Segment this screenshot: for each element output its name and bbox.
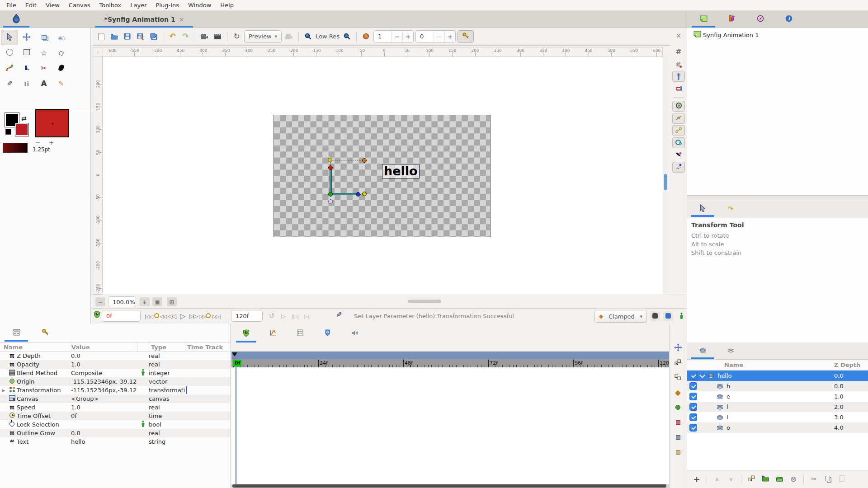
tool-button[interactable]: A	[35, 76, 52, 91]
param-row[interactable]: ▶ Blend Method Composite integer	[0, 369, 231, 377]
tab-tool-history[interactable]: ↷	[718, 201, 743, 217]
param-value[interactable]: <Group>	[71, 395, 137, 402]
current-time-field[interactable]: 0f	[102, 310, 141, 322]
transport-button[interactable]: ▷▷|	[211, 310, 222, 321]
tab-palette[interactable]	[718, 11, 745, 28]
zoom-in-button[interactable]: +	[140, 297, 150, 306]
expander-icon[interactable]: ▶	[0, 388, 7, 393]
menu-item[interactable]: Canvas	[64, 1, 95, 9]
layers-toolbar-button[interactable]: ⊗	[789, 474, 797, 485]
decrease-resolution-icon[interactable]	[302, 30, 314, 43]
param-value[interactable]: hello	[71, 438, 137, 445]
handle-x-axis[interactable]	[356, 192, 360, 197]
layers-toolbar-button[interactable]: ∧	[713, 474, 721, 485]
layers-toolbar-button[interactable]	[803, 475, 804, 484]
tool-button[interactable]	[18, 61, 35, 76]
layer-row[interactable]: e 1.0	[687, 391, 868, 402]
tab-canvas-browser[interactable]	[690, 11, 717, 28]
layers-toolbar-button[interactable]	[838, 474, 846, 485]
tab-canvases[interactable]	[718, 343, 743, 359]
refresh-button[interactable]: ↻	[231, 30, 242, 43]
tab-layers[interactable]	[690, 343, 715, 359]
layer-name[interactable]: l	[726, 404, 728, 410]
layer-name[interactable]: o	[726, 424, 730, 431]
menu-item[interactable]: View	[41, 1, 64, 9]
transport-extra-button[interactable]: |▷|	[290, 310, 301, 321]
param-row[interactable]: ▶ π Opacity 1.0 real	[0, 360, 231, 369]
canvas-workarea[interactable]: hello	[103, 57, 663, 295]
brush-size-value[interactable]: 1.25pt	[33, 146, 50, 153]
handle-scale[interactable]	[362, 158, 367, 163]
vertical-ruler[interactable]: 200150100500-50-100-150-200-250	[93, 57, 103, 295]
keyframe-marker-icon[interactable]	[232, 352, 237, 357]
timetrack-area[interactable]	[231, 367, 669, 484]
canvas-document-tab[interactable]: *Synfig Animation 1 ×	[92, 11, 196, 28]
tab-info[interactable]: i	[775, 11, 802, 28]
timetrack-tool-button[interactable]	[674, 447, 682, 458]
layer-visible-checkbox[interactable]	[689, 403, 697, 411]
tab-metadata[interactable]	[316, 324, 338, 343]
canvas-toggle-button[interactable]	[672, 113, 685, 124]
zoom-out-button[interactable]: −	[95, 297, 105, 306]
panel-splitter[interactable]	[687, 195, 868, 200]
onion-skin-icon[interactable]	[360, 30, 372, 43]
tool-button[interactable]	[1, 45, 18, 61]
layer-expander[interactable]	[697, 375, 707, 377]
canvas-toggle-button[interactable]	[672, 101, 685, 112]
layers-toolbar-button[interactable]: ✂	[810, 474, 818, 485]
tool-button[interactable]: ◈◇	[52, 30, 70, 45]
onion-future-plus-button[interactable]: +	[444, 31, 455, 42]
transport-extra-button[interactable]: ▷	[278, 310, 289, 321]
param-row[interactable]: ▶ π Outline Grow 0.0 real	[0, 429, 231, 437]
param-row[interactable]: ▶ π Z Depth 0.0 real	[0, 352, 231, 360]
onion-past-value[interactable]: 1	[374, 31, 392, 42]
col-value[interactable]: Value	[71, 343, 137, 351]
layers-toolbar-button[interactable]	[741, 475, 741, 484]
transport-button[interactable]: ▷▷	[199, 310, 211, 321]
tool-button[interactable]: ◇	[52, 45, 70, 61]
layer-visible-checkbox[interactable]	[689, 413, 697, 421]
tab-keyframes-panel[interactable]	[289, 324, 311, 343]
default-interpolation-dropdown[interactable]: ◆ Clamped ▾	[594, 310, 647, 323]
param-row[interactable]: ▶ Transformation -115.152346px,-39.12109…	[0, 386, 231, 394]
menu-item[interactable]: Layer	[126, 1, 151, 9]
panel-resize-grip[interactable]	[408, 300, 441, 303]
tab-navigator[interactable]	[747, 11, 774, 28]
brush-size-plus-button[interactable]: +	[49, 139, 54, 146]
animate-editing-mode-button[interactable]	[676, 311, 686, 321]
layer-z-depth[interactable]: 2.0	[834, 404, 868, 410]
onion-past-toggle[interactable]	[650, 311, 660, 321]
zoom-reset-button[interactable]: ▣	[152, 297, 162, 306]
brush-size-minus-button[interactable]: −	[35, 139, 40, 146]
timetrack-tool-button[interactable]	[674, 343, 682, 353]
timetrack-tool-button[interactable]	[674, 357, 682, 368]
save-button[interactable]	[122, 30, 133, 43]
tool-button[interactable]: ✎	[52, 76, 70, 91]
fill-color-swatch[interactable]	[15, 123, 29, 136]
onion-past-spinner[interactable]: 1 − +	[373, 30, 414, 43]
transport-button[interactable]: ◁◁	[154, 310, 166, 321]
transport-button[interactable]: ▷	[177, 310, 188, 321]
col-name[interactable]: Name	[0, 343, 71, 351]
horizontal-ruler[interactable]: -600-550-500-450-400-350-300-250-200-150…	[103, 47, 663, 57]
layer-visible-checkbox[interactable]	[689, 382, 697, 390]
layers-header[interactable]: Name Z Depth	[687, 360, 868, 371]
zoom-fit-button[interactable]: ⊞	[167, 297, 177, 306]
onion-future-spinner[interactable]: 0 − +	[415, 30, 456, 43]
render-button[interactable]	[199, 30, 210, 43]
close-canvas-icon[interactable]: ×	[672, 30, 685, 41]
param-row[interactable]: ▶ π Speed 1.0 real	[0, 403, 231, 412]
tool-button[interactable]	[52, 61, 70, 76]
layer-name[interactable]: h	[726, 383, 730, 389]
keyframe-lock-button[interactable]	[458, 30, 474, 43]
layer-z-depth[interactable]: 0.0	[834, 383, 868, 389]
transform-x-axis[interactable]	[330, 193, 358, 195]
param-row[interactable]: ▶ Origin -115.152346px,-39.121094px vect…	[0, 377, 231, 386]
zoom-level-field[interactable]: 100.0%	[108, 296, 136, 307]
reset-colors-icon[interactable]	[5, 129, 11, 135]
timetrack-tool-button[interactable]: ◆	[674, 387, 682, 398]
tab-tool-options[interactable]	[690, 201, 715, 217]
timetrack-tool-button[interactable]	[674, 432, 682, 443]
layer-z-depth[interactable]: 3.0	[834, 414, 868, 421]
save-all-button[interactable]	[148, 30, 159, 43]
